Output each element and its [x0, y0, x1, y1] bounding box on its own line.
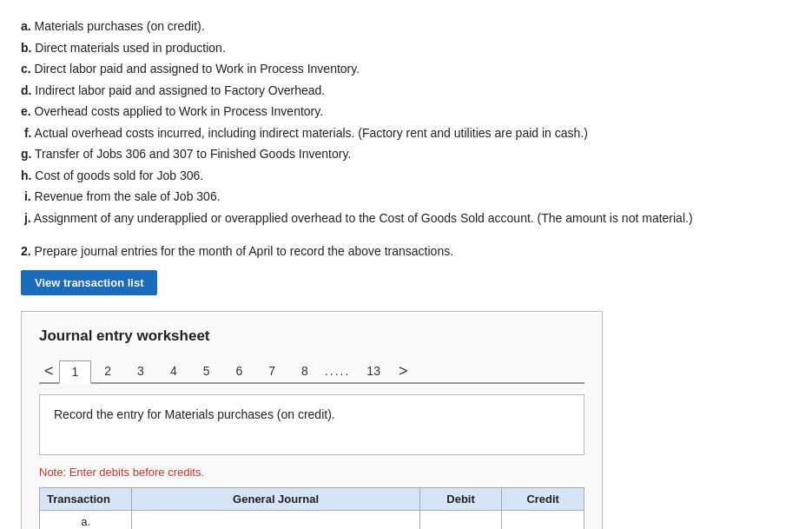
item-a-text: Materials purchases (on credit).	[31, 19, 205, 33]
tab-1[interactable]: 1	[59, 360, 92, 384]
question: 2. Prepare journal entries for the month…	[21, 244, 791, 258]
intro-list: a. Materials purchases (on credit). b. D…	[21, 16, 791, 228]
worksheet-title: Journal entry worksheet	[39, 327, 584, 345]
item-c-text: Direct labor paid and assigned to Work i…	[31, 62, 360, 76]
entry-description-text: Record the entry for Materials purchases…	[54, 407, 335, 421]
note-text: Note: Enter debits before credits.	[39, 466, 584, 479]
item-j-label: j.	[24, 211, 31, 225]
item-i-label: i.	[24, 189, 31, 203]
item-i-text: Revenue from the sale of Job 306.	[31, 189, 221, 203]
question-text: Prepare journal entries for the month of…	[31, 244, 453, 258]
credit-input-a[interactable]	[502, 511, 584, 529]
view-transaction-list-button[interactable]: View transaction list	[21, 270, 157, 295]
tab-4[interactable]: 4	[157, 360, 190, 382]
col-credit: Credit	[502, 488, 584, 511]
tab-13[interactable]: 13	[353, 360, 393, 382]
col-debit: Debit	[419, 488, 502, 511]
tab-2[interactable]: 2	[91, 360, 124, 382]
tab-6[interactable]: 6	[223, 360, 256, 382]
item-h-label: h.	[21, 169, 31, 182]
item-f-text: Actual overhead costs incurred, includin…	[31, 126, 587, 140]
item-d-text: Indirect labor paid and assigned to Fact…	[31, 83, 325, 97]
tab-3[interactable]: 3	[124, 360, 157, 382]
item-j-text: Assignment of any underapplied or overap…	[31, 211, 693, 225]
worksheet-container: Journal entry worksheet < 1 2 3 4 5 6 7 …	[21, 311, 603, 529]
journal-table: Transaction General Journal Debit Credit…	[39, 487, 584, 529]
debit-input-cell-a[interactable]	[419, 511, 502, 530]
table-row: a.	[40, 511, 584, 530]
tab-ellipsis: .....	[321, 364, 353, 378]
item-g-label: g.	[21, 147, 31, 161]
credit-input-cell-a[interactable]	[502, 511, 584, 530]
debit-input-a[interactable]	[420, 511, 502, 529]
item-b-text: Direct materials used in production.	[31, 41, 225, 55]
journal-input-cell-a[interactable]	[132, 511, 419, 530]
item-e-label: e.	[21, 104, 31, 118]
journal-input-a[interactable]	[132, 511, 419, 529]
table-header-row: Transaction General Journal Debit Credit	[40, 488, 584, 511]
tab-8[interactable]: 8	[288, 360, 321, 382]
item-c-label: c.	[21, 62, 31, 76]
tab-7[interactable]: 7	[255, 360, 288, 382]
item-h-text: Cost of goods sold for Job 306.	[31, 169, 203, 182]
tab-5[interactable]: 5	[190, 360, 223, 382]
tab-row: < 1 2 3 4 5 6 7 8 ..... 13 >	[39, 359, 584, 384]
item-e-text: Overhead costs applied to Work in Proces…	[31, 104, 323, 118]
entry-description-box: Record the entry for Materials purchases…	[39, 394, 584, 455]
col-journal: General Journal	[132, 488, 419, 511]
transaction-cell-a: a.	[40, 511, 132, 530]
item-a-label: a.	[21, 19, 31, 33]
next-tab-button[interactable]: >	[393, 361, 413, 380]
prev-tab-button[interactable]: <	[39, 361, 59, 380]
item-b-label: b.	[21, 41, 31, 55]
item-g-text: Transfer of Jobs 306 and 307 to Finished…	[31, 147, 351, 161]
item-d-label: d.	[21, 83, 31, 97]
col-transaction: Transaction	[40, 488, 132, 511]
question-number: 2.	[21, 244, 31, 258]
